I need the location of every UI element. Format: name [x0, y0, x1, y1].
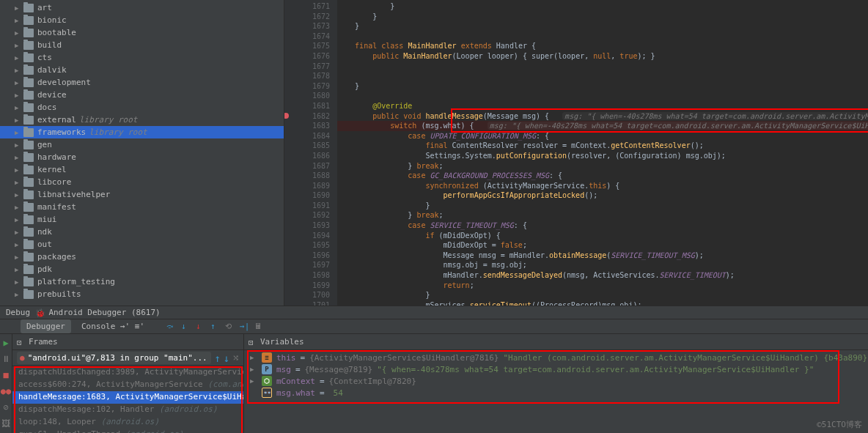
code-line[interactable]	[337, 32, 868, 42]
code-line[interactable]: }	[337, 81, 868, 92]
chevron-right-icon[interactable]: ▶	[15, 266, 22, 273]
chevron-right-icon[interactable]: ▶	[15, 166, 22, 174]
tree-item-out[interactable]: ▶out	[0, 238, 284, 251]
tree-item-frameworks[interactable]: ▶frameworkslibrary root	[0, 126, 284, 138]
frame-item[interactable]: run:61, HandlerThread (android.os)	[12, 429, 243, 433]
code-line[interactable]: final ContentResolver resolver = mContex…	[337, 141, 868, 151]
tree-item-external[interactable]: ▶externallibrary root	[0, 114, 284, 126]
tab-console[interactable]: Console →' ≡'	[76, 319, 150, 333]
code-line[interactable]: mHandler.sendMessageDelayed(nmsg, Active…	[337, 270, 868, 281]
run-to-cursor-icon[interactable]: →|	[240, 322, 250, 332]
code-line[interactable]: } break;	[337, 161, 868, 171]
tree-item-platform_testing[interactable]: ▶platform_testing	[0, 275, 284, 288]
code-line[interactable]: mDidDexOpt = false;	[337, 240, 868, 251]
code-line[interactable]: Message nmsg = mHandler.obtainMessage(SE…	[337, 251, 868, 261]
chevron-right-icon[interactable]: ▶	[15, 104, 22, 111]
tree-item-bionic[interactable]: ▶bionic	[0, 14, 284, 26]
tree-item-hardware[interactable]: ▶hardware	[0, 151, 284, 163]
tree-item-libcore[interactable]: ▶libcore	[0, 176, 284, 188]
tree-item-packages[interactable]: ▶packages	[0, 251, 284, 263]
chevron-right-icon[interactable]: ▶	[15, 179, 22, 186]
step-out-icon[interactable]: ↑	[210, 322, 221, 332]
code-line[interactable]: synchronized (ActivityManagerService.thi…	[337, 181, 868, 191]
chevron-right-icon[interactable]: ▶	[15, 204, 22, 211]
code-editor[interactable]: 1671167216731674167516761677167816791680…	[284, 0, 868, 306]
code-line[interactable]	[337, 62, 868, 72]
chevron-right-icon[interactable]: ▶	[15, 79, 22, 86]
frame-item[interactable]: access$600:274, ActivityManagerService (…	[12, 379, 243, 391]
chevron-right-icon[interactable]: ▶	[15, 191, 22, 199]
chevron-right-icon[interactable]: ▶	[15, 29, 22, 37]
code-line[interactable]: if (mDidDexOpt) {	[337, 231, 868, 241]
chevron-right-icon[interactable]: ▶	[15, 253, 22, 261]
stop-icon[interactable]: ■	[0, 369, 12, 381]
code-line[interactable]: return;	[337, 281, 868, 291]
var-item[interactable]: 👓msg.what = 54	[244, 387, 868, 399]
filter-icon[interactable]: ⤭	[232, 353, 239, 363]
project-sidebar[interactable]: ▶art▶bionic▶bootable▶build▶cts▶dalvik▶de…	[0, 0, 284, 306]
chevron-right-icon[interactable]: ▶	[15, 241, 22, 248]
code-line[interactable]: }	[337, 201, 868, 211]
tree-item-miui[interactable]: ▶miui	[0, 213, 284, 226]
code-line[interactable]: Settings.System.putConfiguration(resolve…	[337, 151, 868, 161]
code-line[interactable]: final class MainHandler extends Handler …	[337, 41, 868, 51]
settings-icon[interactable]: 🖼	[0, 418, 12, 429]
code-line[interactable]	[337, 71, 868, 81]
chevron-right-icon[interactable]: ▶	[15, 291, 22, 298]
chevron-right-icon[interactable]: ▶	[15, 154, 22, 161]
var-item[interactable]: ▶Pmsg = {Message@7819} "{ when=-40s278ms…	[244, 363, 868, 375]
view-breakpoints-icon[interactable]: ●●	[0, 385, 12, 397]
chevron-right-icon[interactable]: ▶	[15, 17, 22, 24]
chevron-right-icon[interactable]: ▶	[15, 116, 22, 124]
tree-item-kernel[interactable]: ▶kernel	[0, 163, 284, 176]
code-line[interactable]	[337, 91, 868, 101]
code-line[interactable]: case UPDATE_CONFIGURATION_MSG: {	[337, 131, 868, 141]
force-step-into-icon[interactable]: ↓	[196, 322, 206, 332]
frame-prev-icon[interactable]: ↑	[214, 352, 220, 364]
tree-item-bootable[interactable]: ▶bootable	[0, 26, 284, 39]
chevron-right-icon[interactable]: ▶	[15, 129, 22, 136]
code-line[interactable]: case GC_BACKGROUND_PROCESSES_MSG: {	[337, 171, 868, 181]
tree-item-cts[interactable]: ▶cts	[0, 51, 284, 64]
resume-icon[interactable]: ▶	[0, 337, 12, 349]
frame-item[interactable]: handleMessage:1683, ActivityManagerServi…	[12, 391, 243, 404]
var-item[interactable]: ▶≡this = {ActivityManagerService$UiHandl…	[244, 352, 868, 363]
pause-icon[interactable]: ⏸	[0, 353, 12, 365]
tree-item-pdk[interactable]: ▶pdk	[0, 263, 284, 275]
chevron-right-icon[interactable]: ▶	[15, 67, 22, 74]
drop-frame-icon[interactable]: ⟲	[225, 322, 235, 332]
code-line[interactable]: mServices.serviceTimeout((ProcessRecord)…	[337, 300, 868, 306]
code-line[interactable]: }	[337, 1, 868, 12]
frame-next-icon[interactable]: ↓	[224, 352, 229, 364]
step-over-icon[interactable]: ⤼	[166, 322, 177, 332]
chevron-right-icon[interactable]: ▶	[15, 92, 22, 99]
code-line[interactable]: performAppGcsIfAppropriateLocked();	[337, 190, 868, 201]
chevron-right-icon[interactable]: ▶	[15, 4, 22, 12]
code-line[interactable]: nmsg.obj = msg.obj;	[337, 260, 868, 270]
code-line[interactable]: public void handleMessage(Message msg) {…	[337, 111, 868, 122]
tree-item-ndk[interactable]: ▶ndk	[0, 226, 284, 238]
chevron-right-icon[interactable]: ▶	[15, 54, 22, 62]
frame-item[interactable]: loop:148, Looper (android.os)	[12, 416, 243, 429]
chevron-right-icon[interactable]: ▶	[15, 278, 22, 286]
mute-breakpoints-icon[interactable]: ⊘	[0, 401, 12, 413]
var-item[interactable]: ▶⬡mContext = {ContextImpl@7820}	[244, 375, 868, 387]
frame-item[interactable]: dispatchMessage:102, Handler (android.os…	[12, 404, 243, 416]
evaluate-icon[interactable]: 🖩	[254, 322, 265, 332]
step-into-icon[interactable]: ↓	[181, 322, 191, 332]
code-line[interactable]: public MainHandler(Looper looper) { supe…	[337, 51, 868, 62]
code-line[interactable]: @Override	[337, 101, 868, 111]
frame-item[interactable]: dispatchUidsChanged:3989, ActivityManage…	[12, 366, 243, 379]
code-line[interactable]: }	[337, 290, 868, 300]
tree-item-dalvik[interactable]: ▶dalvik	[0, 64, 284, 76]
code-line[interactable]: }	[337, 21, 868, 32]
tree-item-device[interactable]: ▶device	[0, 89, 284, 101]
chevron-right-icon[interactable]: ▶	[15, 216, 22, 223]
tree-item-libnativehelper[interactable]: ▶libnativehelper	[0, 188, 284, 201]
tree-item-prebuilts[interactable]: ▶prebuilts	[0, 288, 284, 300]
tab-debugger[interactable]: Debugger	[21, 319, 71, 333]
tree-item-build[interactable]: ▶build	[0, 39, 284, 51]
code-line[interactable]: } break;	[337, 210, 868, 221]
chevron-right-icon[interactable]: ▶	[15, 229, 22, 236]
chevron-right-icon[interactable]: ▶	[15, 141, 22, 149]
